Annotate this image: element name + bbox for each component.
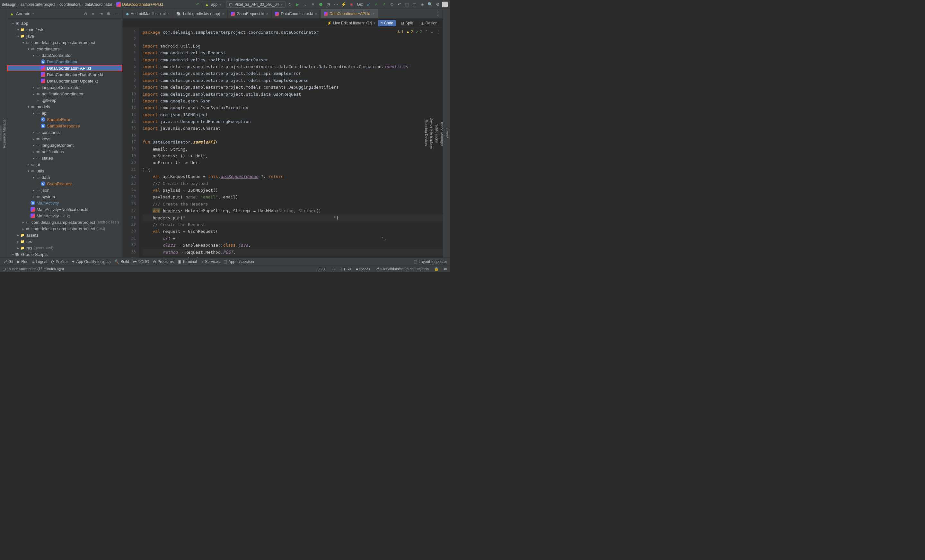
collapse-icon[interactable]: ⇥ — [97, 10, 104, 17]
editor-tab[interactable]: ◆AndroidManifest.xml× — [123, 9, 173, 18]
design-view-button[interactable]: ◫ Design — [418, 20, 440, 26]
avd-icon[interactable]: ⬚ — [404, 1, 410, 8]
encoding[interactable]: UTF-8 — [341, 267, 351, 271]
git-branch[interactable]: ⎇ tutorial/data/setup-api-requests — [375, 267, 429, 271]
layout-inspector-button[interactable]: ⬚Layout Inspector — [414, 259, 447, 264]
bottom-tool-button[interactable]: ⎇Git — [3, 259, 13, 264]
crumb[interactable]: coordinators — [59, 2, 81, 7]
search-icon[interactable]: 🔍 — [426, 1, 434, 8]
indent[interactable]: 4 spaces — [356, 267, 370, 271]
close-tab-icon[interactable]: × — [315, 12, 317, 16]
history-icon[interactable]: ⟲ — [388, 1, 395, 8]
tree-item[interactable]: ▾▭utils — [7, 168, 122, 174]
tree-item[interactable]: CDataCoordinator — [7, 59, 122, 65]
tree-item[interactable]: ▸▭com.delasign.samplestarterproject(andr… — [7, 219, 122, 226]
tree-item[interactable]: MainActivity+Notifications.kt — [7, 206, 122, 212]
sync-icon[interactable]: ↻ — [286, 1, 293, 8]
bottom-tool-button[interactable]: ▷Services — [201, 259, 220, 264]
close-tab-icon[interactable]: × — [372, 12, 374, 16]
bottom-tool-button[interactable]: ✦App Quality Insights — [72, 259, 110, 264]
bottom-tool-button[interactable]: ≔TODO — [133, 259, 149, 264]
project-view-selector[interactable]: ▲Android▾ — [10, 11, 82, 17]
tree-item[interactable]: ▫.gitkeep — [7, 97, 122, 103]
tree-item[interactable]: ▸📁res(generated) — [7, 245, 122, 251]
profile-icon[interactable]: ⬣ — [317, 1, 324, 8]
code-editor[interactable]: package com.delasign.samplestarterprojec… — [139, 28, 443, 257]
split-view-button[interactable]: ⊟ Split — [398, 20, 415, 26]
tree-item[interactable]: ▾▭api — [7, 110, 122, 116]
tree-item[interactable]: DataCoordinator+API.kt — [7, 65, 122, 71]
code-view-button[interactable]: ≡ Code — [378, 20, 396, 26]
debug-icon[interactable]: ⌄ — [301, 1, 309, 8]
expand-icon[interactable]: ≡ — [90, 10, 97, 17]
tree-item[interactable]: ▾📁manifests — [7, 26, 122, 33]
tree-item[interactable]: ▸▭keys — [7, 135, 122, 142]
tree-item[interactable]: CSampleError — [7, 116, 122, 123]
close-tab-icon[interactable]: × — [222, 12, 224, 16]
editor-tab[interactable]: DataCoordinator+API.kt× — [321, 9, 378, 18]
editor-tab[interactable]: 🐘build.gradle.kts (:app)× — [173, 9, 228, 18]
tree-item[interactable]: ▸▭system — [7, 193, 122, 200]
close-tab-icon[interactable]: × — [168, 12, 170, 16]
crumb-active[interactable]: DataCoordinator+API.kt — [116, 2, 163, 7]
crumb[interactable]: samplestarterproject — [20, 2, 55, 7]
tool-window-button[interactable]: Resource Manager — [2, 116, 7, 151]
tree-item[interactable]: ▸▭languageContent — [7, 142, 122, 148]
resource-icon[interactable]: ◈ — [419, 1, 426, 8]
tree-item[interactable]: ▸▭languageCoordinator — [7, 84, 122, 90]
tool-window-button[interactable]: Gradle — [444, 125, 450, 141]
bottom-tool-button[interactable]: ▣Terminal — [178, 259, 197, 264]
git-commit-icon[interactable]: ✓ — [372, 1, 380, 8]
gear-icon[interactable]: ⚙ — [105, 10, 112, 17]
coverage-icon[interactable]: ≡ — [309, 1, 316, 8]
tree-item[interactable]: ▸▭constants — [7, 129, 122, 135]
close-tab-icon[interactable]: × — [266, 12, 268, 16]
tree-item[interactable]: CSampleResponse — [7, 123, 122, 129]
bottom-tool-button[interactable]: ▶Run — [17, 259, 28, 264]
tree-item[interactable]: ▾▭com.delasign.samplestarterproject — [7, 39, 122, 45]
lock-icon[interactable]: 🔒 — [434, 267, 439, 271]
git-push-icon[interactable]: ↗ — [380, 1, 387, 8]
undo-icon[interactable]: ↶ — [396, 1, 403, 8]
select-opened-icon[interactable]: ⊙ — [82, 10, 89, 17]
back-icon[interactable]: ↶ — [194, 1, 201, 8]
tree-item[interactable]: ▸▭notifications — [7, 148, 122, 155]
bottom-tool-button[interactable]: ≡Logcat — [32, 259, 47, 264]
stop-icon[interactable]: ■ — [348, 1, 355, 8]
tree-item[interactable]: ▾▭data — [7, 174, 122, 181]
memory-icon[interactable]: ▭ — [444, 267, 447, 271]
ok-indicator[interactable]: ✓ 2 — [416, 30, 422, 34]
bottom-tool-button[interactable]: 🔨Build — [114, 259, 129, 264]
tree-item[interactable]: ▸📁assets — [7, 232, 122, 238]
device-selector[interactable]: ▢Pixel_3a_API_33_x86_64▾ — [226, 1, 286, 8]
project-tree[interactable]: ▾▣app▾📁manifests▾📁java▾▭com.delasign.sam… — [7, 19, 122, 257]
tool-window-button[interactable]: Project — [0, 125, 2, 141]
editor-tab[interactable]: DataCoordinator.kt× — [272, 9, 321, 18]
tree-item[interactable]: CGsonRequest — [7, 181, 122, 187]
tree-item[interactable]: ▾▣app — [7, 20, 122, 26]
more-icon[interactable]: ⋯ — [333, 1, 339, 8]
inspection-bar[interactable]: ⚠ 1 ▲ 2 ✓ 2 ⌃⌄⋮ — [397, 30, 440, 34]
crumb[interactable]: dataCoordinator — [84, 2, 112, 7]
tree-item[interactable]: MainActivity+UI.kt — [7, 212, 122, 219]
tree-item[interactable]: ▾📁java — [7, 33, 122, 39]
tree-item[interactable]: ▾▭models — [7, 103, 122, 110]
hide-icon[interactable]: — — [113, 10, 120, 17]
live-edit-toggle[interactable]: ⚡Live Edit of literals: ON▾ — [327, 21, 375, 26]
tree-item[interactable]: ▸▭notificationCoordinator — [7, 90, 122, 97]
settings-icon[interactable]: ⚙ — [434, 1, 441, 8]
attach-icon[interactable]: ◔ — [325, 1, 332, 8]
warning-indicator[interactable]: ▲ 2 — [406, 30, 413, 34]
bottom-tool-button[interactable]: ⬚App Inspection — [223, 259, 254, 264]
tree-item[interactable]: ▾▭dataCoordinator — [7, 52, 122, 59]
crumb[interactable]: delasign — [2, 2, 17, 7]
error-indicator[interactable]: ⚠ 1 — [397, 30, 404, 34]
avatar-icon[interactable] — [442, 2, 448, 8]
tree-item[interactable]: ▸📁res — [7, 238, 122, 245]
tree-item[interactable]: DataCoordinator+DataStore.kt — [7, 71, 122, 78]
tree-item[interactable]: ▸▭json — [7, 187, 122, 193]
editor-tab[interactable]: GsonRequest.kt× — [228, 9, 272, 18]
git-update-icon[interactable]: ↙ — [365, 1, 372, 8]
run-config-selector[interactable]: ▲app▾ — [202, 1, 224, 8]
tree-item[interactable]: ▸▭com.delasign.samplestarterproject(test… — [7, 226, 122, 232]
